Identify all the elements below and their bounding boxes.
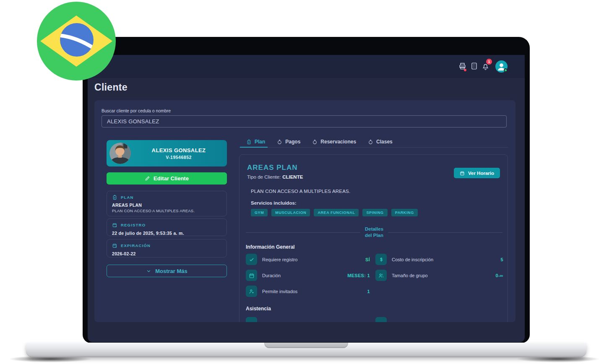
tab-reservaciones-label: Reservaciones (320, 139, 356, 145)
client-name: ALEXIS GONSALEZ (152, 147, 206, 153)
clipboard-icon (112, 195, 117, 200)
expiration-card: EXPIRACIÓN 2026-02-22 (107, 239, 227, 257)
client-type-value: CLIENTE (282, 174, 303, 179)
view-schedule-button[interactable]: Ver Horario (454, 168, 500, 178)
info-label: Permite invitados (262, 289, 297, 294)
show-more-button[interactable]: Mostrar Más (107, 265, 227, 277)
app-screen: 1 Cliente Buscar cliente por cedula o no… (88, 55, 525, 342)
user-plus-icon (246, 286, 257, 297)
client-identity: ALEXIS GONSALEZ V-19546852 (132, 140, 226, 166)
service-chip: GYM (251, 209, 268, 216)
printer-alert-dot (464, 69, 466, 71)
search-label: Buscar cliente por cedula o nombre (102, 108, 171, 113)
plan-summary-card: PLAN AREAS PLAN PLAN CON ACCESO A MULTIP… (107, 191, 227, 216)
service-chip: PARKING (391, 209, 418, 216)
plan-title: AREAS PLAN (247, 164, 298, 172)
view-schedule-label: Ver Horario (468, 171, 494, 176)
stopwatch-icon (277, 139, 282, 145)
info-row-requiere-registro: Requiere registro SÍ (246, 254, 370, 265)
info-value: 0-∞ (495, 273, 503, 278)
dollar-icon (375, 254, 387, 265)
attendance-heading: Asistencia (246, 306, 271, 312)
client-summary-card: ALEXIS GONSALEZ V-19546852 (107, 140, 227, 166)
general-info-heading: Información General (246, 244, 295, 250)
clock-icon (375, 317, 387, 322)
services-label: Servicios incluidos: (251, 200, 297, 205)
pencil-icon (145, 176, 150, 181)
laptop-mockup-scene: 1 Cliente Buscar cliente por cedula o no… (0, 0, 604, 364)
info-label: Costo de inscripción (392, 257, 433, 262)
info-label: Duración (262, 273, 281, 278)
edit-client-button[interactable]: Editar Cliente (107, 172, 227, 185)
tab-plan-label: Plan (255, 139, 265, 145)
service-chip: MUSCULACION (271, 209, 310, 216)
info-label: Requiere registro (262, 257, 297, 262)
client-type: Tipo de Cliente:CLIENTE (247, 174, 303, 179)
chevron-down-icon (146, 268, 151, 274)
attendance-row-clipped (246, 317, 503, 322)
tab-pagos[interactable]: Pagos (277, 139, 300, 145)
brazil-flag-icon (37, 2, 116, 81)
laptop-base-notch (264, 343, 348, 348)
expiration-date: 2026-02-22 (112, 251, 221, 256)
client-photo (109, 143, 131, 164)
plan-description: PLAN CON ACCESO A MULTIPLES AREAS. (251, 189, 350, 194)
topbar: 1 (88, 55, 525, 78)
client-id: V-19546852 (166, 155, 192, 160)
info-value: 1 (367, 289, 370, 294)
tab-pagos-label: Pagos (285, 139, 300, 145)
calendar-plus-icon (112, 222, 117, 228)
tab-clases[interactable]: Clases (368, 139, 393, 145)
registration-date: 22 de julio de 2025, 9:53:35 a. m. (112, 231, 221, 236)
plan-detail-panel: AREAS PLAN Tipo de Cliente:CLIENTE Ver H… (239, 154, 508, 322)
plan-details-divider: Detalles del Plan (246, 226, 502, 239)
service-chip: SPINING (362, 209, 387, 216)
client-tabs: Plan Pagos Reservaciones Clases (239, 136, 508, 148)
notification-badge: 1 (486, 59, 492, 65)
users-icon (375, 270, 387, 281)
stopwatch-icon (312, 139, 318, 145)
calendar-icon (460, 171, 465, 176)
info-value: SÍ (365, 257, 370, 262)
tab-plan[interactable]: Plan (246, 139, 265, 145)
info-row-costo-inscripcion: Costo de inscripción 5 (375, 254, 503, 265)
building-icon[interactable] (470, 62, 478, 70)
tab-reservaciones[interactable]: Reservaciones (312, 139, 356, 145)
service-chip: AREA FUNCIONAL (314, 209, 359, 216)
registration-card-label: REGISTRO (121, 223, 146, 227)
info-label: Tamaño de grupo (392, 273, 428, 278)
clipboard-icon (246, 139, 252, 145)
calendar-icon (246, 270, 257, 281)
check-icon (246, 254, 257, 265)
calendar-x-icon (112, 243, 117, 248)
divider-label: Detalles del Plan (360, 226, 388, 239)
plan-card-label: PLAN (121, 195, 134, 200)
client-type-label: Tipo de Cliente: (247, 174, 281, 179)
info-value: MESES: 1 (347, 273, 370, 278)
tab-clases-label: Clases (376, 139, 393, 145)
search-input[interactable] (102, 115, 507, 127)
edit-client-label: Editar Cliente (154, 175, 189, 182)
registration-card: REGISTRO 22 de julio de 2025, 9:53:35 a.… (107, 218, 227, 236)
stopwatch-icon (368, 139, 373, 145)
active-tab-underline (240, 147, 268, 148)
plan-card-description: PLAN CON ACCESO A MULTIPLES AREAS. (112, 208, 221, 213)
client-content-card: Buscar cliente por cedula o nombre (94, 100, 515, 322)
show-more-label: Mostrar Más (155, 268, 187, 274)
expiration-card-label: EXPIRACIÓN (121, 243, 151, 248)
clock-icon (246, 317, 257, 322)
info-row-permite-invitados: Permite invitados 1 (246, 286, 370, 297)
info-value: 5 (501, 257, 503, 262)
plan-card-title: AREAS PLAN (112, 203, 221, 208)
page-title: Cliente (94, 82, 128, 93)
online-status-dot (504, 68, 508, 72)
general-info-grid: Requiere registro SÍ Costo de inscripció… (246, 254, 503, 297)
info-row-duracion: Duración MESES: 1 (246, 270, 370, 281)
services-chip-row: GYM MUSCULACION AREA FUNCIONAL SPINING P… (251, 209, 418, 216)
info-row-tamano-grupo: Tamaño de grupo 0-∞ (375, 270, 503, 281)
